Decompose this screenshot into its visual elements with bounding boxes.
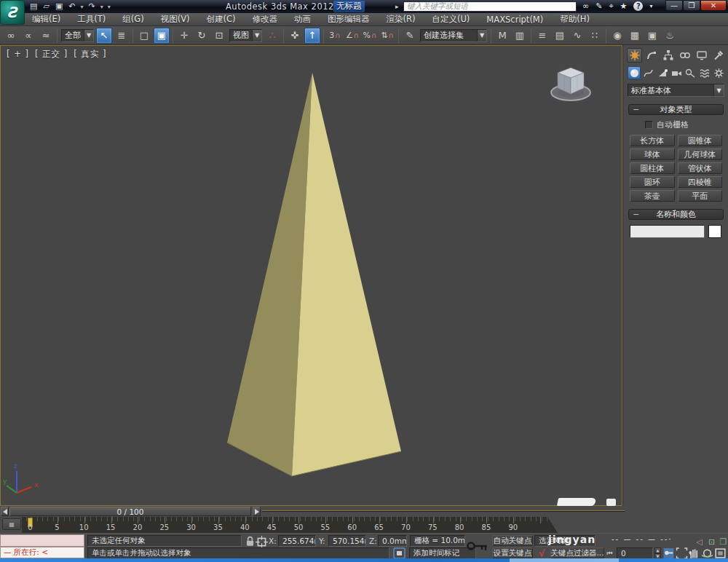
autogrid-checkbox[interactable] <box>645 121 653 129</box>
angle-snap-toggle[interactable]: ∠∩ <box>344 28 360 44</box>
auto-key-button[interactable]: 自动关键点 <box>492 535 533 546</box>
redo-dropdown-icon[interactable]: ▾ <box>100 4 103 10</box>
object-type-button-3[interactable]: 几何球体 <box>678 149 723 160</box>
select-and-move-button[interactable]: ✛ <box>176 28 192 44</box>
help-dropdown-icon[interactable]: ▾ <box>649 3 652 9</box>
dropdown-arrow-icon[interactable]: ▼ <box>252 30 261 41</box>
favorites-star-icon[interactable]: ★ <box>620 1 628 11</box>
zoom-region-icon[interactable] <box>676 547 688 559</box>
viewcube[interactable] <box>547 62 595 104</box>
maximize-button[interactable]: ❐ <box>683 0 700 11</box>
set-keys-curve-icon[interactable]: √ <box>535 547 548 559</box>
menu-item-11[interactable]: 帮助(H) <box>560 14 590 25</box>
category-helpers-icon[interactable] <box>684 66 697 79</box>
edit-named-selection-sets-button[interactable]: ✎ <box>402 28 418 44</box>
pan-hand-icon[interactable] <box>688 547 700 559</box>
select-and-link-icon[interactable]: ∞ <box>3 28 19 44</box>
category-space-warps-icon[interactable] <box>698 66 711 79</box>
name-color-rollout[interactable]: − 名称和颜色 <box>628 209 724 220</box>
key-mode-toggle-icon[interactable] <box>662 547 675 559</box>
communication-center-icon[interactable]: ⌖ <box>609 1 613 11</box>
panel-tab-utilities-icon[interactable] <box>711 48 726 63</box>
undo-dropdown-icon[interactable]: ▾ <box>81 4 84 10</box>
menu-item-4[interactable]: 创建(C) <box>206 14 235 25</box>
object-type-button-1[interactable]: 圆锥体 <box>678 135 723 146</box>
time-slider-handle[interactable]: 0 / 100 <box>9 507 251 516</box>
next-frame-button[interactable] <box>253 507 261 516</box>
selection-lock-icon[interactable] <box>244 536 256 547</box>
help-icon[interactable]: ? <box>633 1 643 11</box>
x-coordinate-field[interactable]: 255.674mm <box>278 535 316 547</box>
rectangular-selection-region-button[interactable]: □ <box>136 28 152 44</box>
set-key-button[interactable]: 设置关键点 <box>492 547 533 558</box>
search-flyout-icon[interactable]: ▸ <box>395 3 399 10</box>
object-type-button-7[interactable]: 四棱锥 <box>678 176 723 188</box>
render-production-button[interactable]: ♨ <box>662 28 678 44</box>
track-bar-ruler[interactable]: 051015202530354045505560657075808590 <box>22 517 558 533</box>
select-and-rotate-button[interactable]: ↻ <box>194 28 210 44</box>
collapse-icon[interactable]: − <box>633 210 639 219</box>
panel-tab-display-icon[interactable] <box>694 48 709 63</box>
qat-menu-icon[interactable]: ▾ <box>108 4 111 10</box>
mini-curve-editor-button[interactable]: ▦ <box>2 518 21 530</box>
y-coordinate-field[interactable]: 570.154mm <box>328 535 366 547</box>
bind-to-space-warp-icon[interactable]: ≈ <box>38 28 54 44</box>
graphite-modeling-toggle[interactable]: ▤ <box>552 28 568 44</box>
align-button[interactable]: ▥ <box>512 28 528 44</box>
absolute-mode-transform-icon[interactable] <box>256 536 268 547</box>
zoom-extents-all-icon[interactable]: ❒ <box>717 536 728 547</box>
orbit-icon[interactable] <box>701 547 713 559</box>
curve-editor-button[interactable]: ∿ <box>569 28 585 44</box>
isolate-selection-icon[interactable] <box>393 547 405 559</box>
menu-item-10[interactable]: MAXScript(M) <box>486 15 543 25</box>
category-geometry-icon[interactable] <box>628 66 641 79</box>
menu-item-7[interactable]: 图形编辑器 <box>328 14 370 25</box>
time-slider-track[interactable] <box>262 510 625 512</box>
close-button[interactable]: ✕ <box>700 0 727 11</box>
category-systems-icon[interactable] <box>713 66 726 79</box>
viewport-menu-general[interactable]: [ + ] <box>7 49 29 60</box>
percent-snap-toggle[interactable]: %∩ <box>362 28 378 44</box>
panel-tab-create-icon[interactable] <box>627 48 642 63</box>
render-setup-button[interactable]: ▦ <box>627 28 643 44</box>
menu-item-3[interactable]: 视图(V) <box>161 14 190 25</box>
maximize-viewport-toggle-icon[interactable] <box>714 547 727 559</box>
maxscript-mini-listener-macro[interactable] <box>0 534 84 547</box>
maxscript-mini-listener-script[interactable]: — 所在行: < <box>0 547 84 558</box>
category-cameras-icon[interactable] <box>670 66 683 79</box>
application-menu-button[interactable]: Ƨ <box>0 0 25 25</box>
keyboard-shortcut-override-toggle[interactable]: ↑ <box>304 28 320 44</box>
mirror-button[interactable]: M <box>494 28 510 44</box>
minimize-button[interactable]: — <box>665 0 683 11</box>
key-selection-dropdown[interactable]: 选定对象 ▾ <box>534 535 596 547</box>
menu-item-0[interactable]: 编辑(E) <box>32 14 60 25</box>
schematic-view-button[interactable]: ∷ <box>587 28 603 44</box>
named-selection-sets-dropdown[interactable]: 创建选择集▼ <box>420 29 487 42</box>
subscription-wrench-icon[interactable]: ✎ <box>596 1 602 11</box>
rendered-frame-window-button[interactable]: ▣ <box>644 28 660 44</box>
mute-speaker-icon[interactable]: ◁ <box>693 536 705 547</box>
select-object-button[interactable]: ↖ <box>96 28 112 44</box>
snaps-toggle-3d-button[interactable]: 3∩ <box>327 28 343 44</box>
category-lights-icon[interactable] <box>656 66 669 79</box>
menu-item-5[interactable]: 修改器 <box>253 14 278 25</box>
window-crossing-toggle[interactable]: ▣ <box>154 28 170 44</box>
menu-item-6[interactable]: 动画 <box>294 14 311 25</box>
menu-item-8[interactable]: 渲染(R) <box>387 14 416 25</box>
key-filters-button[interactable]: 关键点过滤器... <box>550 547 604 558</box>
material-editor-button[interactable]: ◉ <box>609 28 625 44</box>
manage-layers-button[interactable]: ≡ <box>534 28 550 44</box>
save-file-icon[interactable]: ▣ <box>55 1 63 12</box>
primitive-type-dropdown[interactable]: 标准基本体 ▼ <box>628 84 724 97</box>
search-binoculars-icon[interactable]: ∞ <box>582 1 589 11</box>
go-to-start-icon[interactable]: ⏮ <box>604 547 616 559</box>
select-by-name-button[interactable]: ≣ <box>114 28 130 44</box>
object-type-button-2[interactable]: 球体 <box>630 149 675 160</box>
use-pivot-point-center-button[interactable]: ∴ <box>264 28 280 44</box>
dropdown-arrow-icon[interactable]: ▾ <box>588 538 591 545</box>
menu-item-1[interactable]: 工具(T) <box>77 14 106 25</box>
dropdown-arrow-icon[interactable]: ▼ <box>713 84 724 96</box>
dropdown-arrow-icon[interactable]: ▼ <box>84 30 93 41</box>
dropdown-arrow-icon[interactable]: ▼ <box>477 30 486 41</box>
current-frame-field[interactable]: 0 <box>617 547 653 559</box>
